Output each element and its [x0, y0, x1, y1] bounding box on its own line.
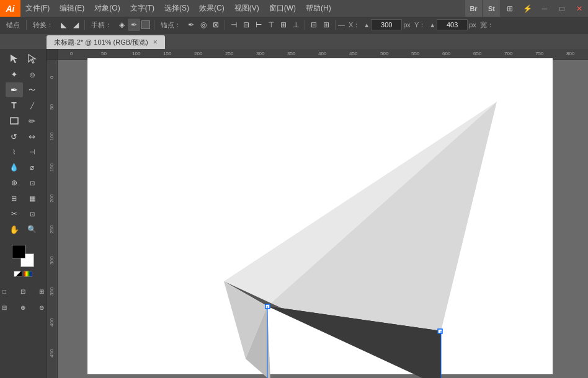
divider4	[225, 20, 225, 30]
svg-text:250: 250	[49, 225, 55, 234]
slice-tool-row: ✂ ⊡	[1, 206, 45, 221]
minimize-btn[interactable]: ─	[536, 0, 553, 17]
chart-tool[interactable]: ▦	[24, 191, 41, 206]
svg-rect-0	[11, 118, 18, 124]
slice-tool[interactable]: ✂	[6, 206, 23, 221]
lasso-tool[interactable]: ⌾	[24, 67, 41, 82]
wand-tool-row: ✦ ⌾	[1, 67, 45, 82]
pen-tool[interactable]: ✒	[6, 82, 23, 97]
draw-inside-btn[interactable]: ⊡	[14, 284, 32, 299]
x-input[interactable]	[371, 19, 402, 30]
maximize-btn[interactable]: □	[553, 0, 571, 17]
convert-smooth-icon[interactable]: ◢	[69, 19, 82, 31]
measure-tool[interactable]: ⌀	[24, 160, 41, 175]
symbol-tool-row: ⊕ ⊡	[1, 175, 45, 190]
menu-type[interactable]: 文字(T)	[125, 0, 159, 17]
svg-text:0: 0	[70, 51, 73, 56]
symbol-tool[interactable]: ⊕	[6, 175, 23, 190]
distribute-v-icon[interactable]: ⊞	[320, 19, 332, 31]
align-center-h-icon[interactable]: ⊟	[240, 19, 252, 31]
menu-object[interactable]: 对象(O)	[89, 0, 125, 17]
select-tool[interactable]	[6, 51, 23, 66]
y-up-arrow[interactable]: ▲	[429, 22, 435, 29]
zoom-tool[interactable]: 🔍	[24, 222, 41, 237]
touch-type-tool[interactable]: ╱	[24, 98, 41, 113]
menu-help[interactable]: 帮助(H)	[301, 0, 336, 17]
document-tab[interactable]: 未标题-2* @ 101% (RGB/预览) ×	[47, 35, 165, 49]
tab-title: 未标题-2* @ 101% (RGB/预览)	[54, 38, 148, 47]
mirror-tool[interactable]: ⇔	[24, 129, 41, 144]
align-bottom-icon[interactable]: ⊥	[290, 19, 302, 31]
gradient-swatch[interactable]	[24, 271, 32, 277]
fill-swatch[interactable]	[12, 245, 25, 258]
direct-select-tool[interactable]	[24, 51, 41, 66]
toolbox-panel: ✦ ⌾ ✒ 〜 T ╱ ✏ ↺ ⇔	[0, 49, 47, 378]
anchor-pt-2[interactable]	[438, 329, 442, 333]
workspace-switcher[interactable]: ⊞	[501, 0, 519, 17]
svg-text:650: 650	[473, 51, 482, 56]
menu-select[interactable]: 选择(S)	[159, 0, 194, 17]
anchor-icon3[interactable]: ⊠	[210, 19, 222, 31]
align-right-icon[interactable]: ⊢	[252, 19, 265, 31]
draw-normal-btn[interactable]: □	[0, 284, 13, 299]
bridge-icon[interactable]: Br	[465, 0, 482, 17]
anchor-icon2[interactable]: ◎	[197, 19, 210, 31]
pencil-tool[interactable]: ✏	[24, 113, 41, 128]
type-tool[interactable]: T	[6, 98, 23, 113]
magic-wand-tool[interactable]: ✦	[6, 67, 23, 82]
tabbar: 未标题-2* @ 101% (RGB/预览) ×	[0, 33, 588, 49]
warp-tool-row: ⌇ ⊣	[1, 144, 45, 159]
color-swatches	[8, 241, 38, 281]
w-label: 宽：	[476, 20, 497, 30]
warp-tool[interactable]: ⌇	[6, 144, 23, 159]
convert-corner-icon[interactable]: ◣	[57, 19, 69, 31]
tab-close-btn[interactable]: ×	[153, 38, 158, 46]
menu-edit[interactable]: 编辑(E)	[55, 0, 89, 17]
rotate-tool[interactable]: ↺	[6, 129, 23, 144]
anchor-pen2-icon[interactable]: ✒	[185, 19, 197, 31]
eyedropper-tool[interactable]: 💧	[6, 160, 23, 175]
menu-effect[interactable]: 效果(C)	[194, 0, 229, 17]
handle-pen-icon[interactable]: ✒	[128, 19, 140, 31]
align-top-icon[interactable]: ⊤	[265, 19, 277, 31]
rect-tool[interactable]	[6, 113, 23, 128]
x-unit: px	[403, 21, 411, 29]
blend-tool[interactable]: ⊡	[24, 175, 41, 190]
distribute-h-icon[interactable]: ⊟	[308, 19, 320, 31]
svg-text:150: 150	[163, 51, 172, 56]
svg-text:800: 800	[566, 51, 575, 56]
divider2	[84, 20, 85, 30]
selection-tool-row	[1, 51, 45, 66]
none-swatch[interactable]	[14, 271, 22, 277]
align-center-v-icon[interactable]: ⊞	[277, 19, 290, 31]
svg-text:700: 700	[504, 51, 513, 56]
handle-square-icon[interactable]	[141, 20, 150, 29]
anchor2-label: 锚点：	[157, 20, 185, 30]
svg-text:200: 200	[49, 194, 55, 203]
anchor-toolbar: 锚点 转换： ◣ ◢ 手柄： ◈ ✒ 锚点： ✒ ◎ ⊠ ⊣ ⊟ ⊢ ⊤ ⊞ ⊥…	[0, 17, 588, 33]
curvature-tool[interactable]: 〜	[24, 82, 41, 97]
divider3	[154, 20, 154, 30]
divider6	[335, 20, 336, 30]
align-left-icon[interactable]: ⊣	[228, 19, 240, 31]
svg-text:200: 200	[194, 51, 203, 56]
zoom-in-btn[interactable]: ⊕	[14, 300, 32, 315]
stock-icon[interactable]: St	[483, 0, 500, 17]
x-up-arrow[interactable]: ▲	[363, 22, 370, 29]
hand-tool[interactable]: ✋	[6, 222, 23, 237]
screen-mode-btn[interactable]: ⊟	[0, 300, 13, 315]
width-tool[interactable]: ⊣	[24, 144, 41, 159]
type-tool-row: T ╱	[1, 98, 45, 113]
menu-file[interactable]: 文件(F)	[20, 0, 55, 17]
svg-text:750: 750	[535, 51, 544, 56]
close-btn[interactable]: ✕	[571, 0, 588, 17]
handle-icon1[interactable]: ◈	[115, 19, 128, 31]
y-input[interactable]	[437, 19, 468, 30]
divider1	[26, 20, 27, 30]
menu-view[interactable]: 视图(V)	[229, 0, 264, 17]
menu-window[interactable]: 窗口(W)	[264, 0, 301, 17]
slice-select-tool[interactable]: ⊡	[24, 206, 41, 221]
svg-marker-31	[267, 102, 497, 331]
search-btn[interactable]: ⚡	[519, 0, 536, 17]
artboard-tool[interactable]: ⊞	[6, 191, 23, 206]
